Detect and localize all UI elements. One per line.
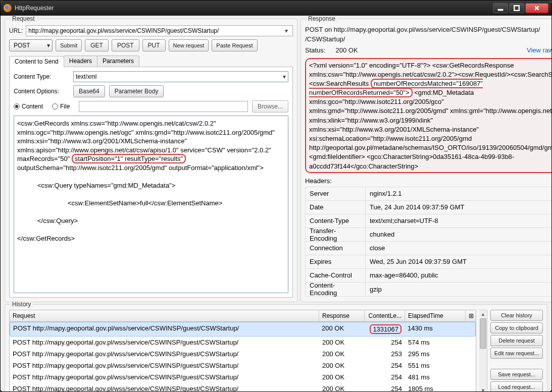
minimize-button[interactable] <box>493 3 508 13</box>
chevron-down-icon[interactable]: ▾ <box>283 73 286 80</box>
request-body-textarea[interactable]: <csw:GetRecords xmlns:csw="http://www.op… <box>14 116 288 293</box>
header-value: gzip <box>366 283 551 296</box>
header-name: Expires <box>306 255 365 269</box>
header-value: Tue, 24 Jun 2014 09:37:59 GMT <box>366 201 551 214</box>
tab-headers[interactable]: Headers <box>64 55 97 67</box>
submit-button[interactable]: Submit <box>56 39 82 51</box>
col-request[interactable]: Request <box>10 310 319 321</box>
edit-raw-request-button[interactable]: Edit raw request... <box>490 348 543 359</box>
app-window: HttpRequester Request URL: http://mapy.g… <box>0 0 552 392</box>
history-actions: Clear history Copy to clipboard Delete r… <box>490 310 543 391</box>
radio-file[interactable]: File <box>52 103 70 110</box>
history-panel: History Request Response ContentLe... El… <box>5 304 547 391</box>
tab-content-body: Content Type: text/xml ▾ Content Options… <box>9 67 293 298</box>
scroll-thumb[interactable] <box>480 318 486 349</box>
titlebar[interactable]: HttpRequester <box>1 1 551 16</box>
delete-request-button[interactable]: Delete request <box>490 335 543 346</box>
history-table: Request Response ContentLe... ElapsedTim… <box>9 310 476 391</box>
chevron-down-icon[interactable]: ▾ <box>282 27 290 34</box>
header-value: nginx/1.2.1 <box>366 187 551 201</box>
get-button[interactable]: GET <box>85 39 109 51</box>
close-button[interactable] <box>525 3 548 13</box>
content-options-label: Content Options: <box>14 88 69 95</box>
header-name: Content-Type <box>306 214 365 228</box>
content-type-select[interactable]: text/xml ▾ <box>73 71 288 82</box>
highlight-content-length: 1331067 <box>370 324 402 334</box>
header-value: chunked <box>366 228 551 242</box>
post-button[interactable]: POST <box>112 39 139 51</box>
new-request-button[interactable]: New request <box>169 39 209 51</box>
scroll-down-icon[interactable]: ▼ <box>479 386 487 391</box>
url-input[interactable]: http://mapy.geoportal.gov.pl/wss/service… <box>26 25 293 36</box>
history-header[interactable]: Request Response ContentLe... ElapsedTim… <box>10 310 476 322</box>
col-content-length[interactable]: ContentLe... <box>365 310 405 321</box>
header-value: close <box>366 242 551 255</box>
response-headers-label: Headers: <box>305 177 551 185</box>
header-value: max-age=86400, public <box>366 269 551 283</box>
svg-rect-1 <box>514 6 519 11</box>
header-value: text/xml;charset=UTF-8 <box>366 214 551 228</box>
put-button[interactable]: PUT <box>142 39 166 51</box>
clear-history-button[interactable]: Clear history <box>490 310 543 321</box>
request-panel: Request URL: http://mapy.geoportal.gov.p… <box>5 19 297 302</box>
chevron-down-icon[interactable]: ▾ <box>47 42 50 49</box>
history-row[interactable]: POST http://mapy.geoportal.gov.pl/wss/se… <box>10 337 476 348</box>
radio-content[interactable]: Content <box>14 103 43 110</box>
response-panel-title: Response <box>306 16 337 22</box>
tab-parameters[interactable]: Parameters <box>97 55 139 67</box>
load-request-button[interactable]: Load request... <box>490 381 543 391</box>
firefox-icon <box>4 4 12 12</box>
method-value: POST <box>14 42 30 49</box>
response-headers-table: ServerDateContent-TypeTransfer-EncodingC… <box>305 187 551 297</box>
highlight-request-params: startPosition="1" resultType="results" <box>72 154 186 163</box>
history-panel-title: History <box>10 301 33 308</box>
history-row[interactable]: POST http://mapy.geoportal.gov.pl/wss/se… <box>10 371 476 383</box>
request-tabs: Content to Send Headers Parameters <box>9 55 293 67</box>
tab-content-to-send[interactable]: Content to Send <box>9 56 64 67</box>
history-row[interactable]: POST http://mapy.geoportal.gov.pl/wss/se… <box>10 360 476 371</box>
history-row[interactable]: POST http://mapy.geoportal.gov.pl/wss/se… <box>10 322 476 337</box>
content-type-value: text/xml <box>76 73 96 80</box>
window-title: HttpRequester <box>15 5 54 12</box>
browse-button[interactable]: Browse... <box>252 100 288 113</box>
url-label: URL: <box>9 27 23 34</box>
url-value: http://mapy.geoportal.gov.pl/wss/service… <box>28 27 282 34</box>
content-type-label: Content Type: <box>14 73 69 80</box>
view-raw-link[interactable]: View raw transaction <box>527 46 551 55</box>
window-controls <box>493 3 548 13</box>
header-value: Wed, 25 Jun 2014 09:37:59 GMT <box>366 255 551 269</box>
history-scrollbar[interactable]: ▲ ▼ <box>479 310 487 391</box>
save-request-button[interactable]: Save request... <box>490 369 543 380</box>
request-panel-title: Request <box>10 16 37 22</box>
file-path-input[interactable] <box>79 101 248 112</box>
maximize-button[interactable] <box>509 3 524 13</box>
method-select[interactable]: POST ▾ <box>9 39 53 51</box>
client-area: Request URL: http://mapy.geoportal.gov.p… <box>1 16 551 391</box>
scroll-up-icon[interactable]: ▲ <box>479 310 487 318</box>
copy-clipboard-button[interactable]: Copy to clipboard <box>490 322 543 333</box>
status-value: 200 OK <box>335 46 358 55</box>
header-name: Transfer-Encoding <box>306 228 365 242</box>
base64-button[interactable]: Base64 <box>73 85 105 97</box>
response-panel: Response POST on http://mapy.geoportal.g… <box>300 19 551 302</box>
paste-request-button[interactable]: Paste Request <box>212 39 257 51</box>
history-row[interactable]: POST http://mapy.geoportal.gov.pl/wss/se… <box>10 348 476 360</box>
svg-rect-0 <box>498 9 503 10</box>
header-name: Server <box>306 187 365 201</box>
history-row[interactable]: POST http://mapy.geoportal.gov.pl/wss/se… <box>10 383 476 391</box>
header-name: Date <box>306 201 365 214</box>
col-response[interactable]: Response <box>319 310 365 321</box>
status-label: Status: <box>305 46 325 55</box>
parameter-body-button[interactable]: Parameter Body <box>109 85 164 97</box>
response-summary-2: /CSWStartup/ <box>305 35 551 44</box>
response-summary: POST on http://mapy.geoportal.gov.pl/wss… <box>305 25 551 35</box>
response-body[interactable]: <?xml version="1.0" encoding="UTF-8"?> <… <box>305 58 551 173</box>
header-name: Content-Encoding <box>306 283 365 296</box>
header-name: Connection <box>306 242 365 255</box>
col-elapsed-time[interactable]: ElapsedTime <box>405 310 466 321</box>
header-name: Cache-Control <box>306 269 365 283</box>
column-picker-icon[interactable]: ⊞ <box>466 310 476 321</box>
